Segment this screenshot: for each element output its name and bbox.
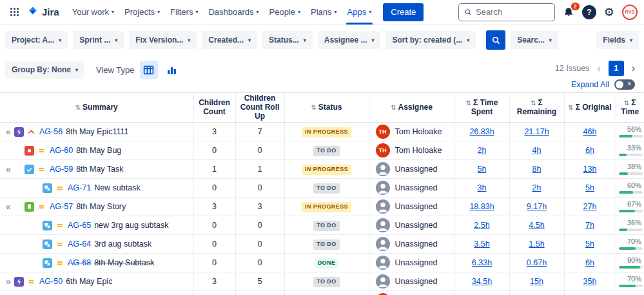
time-spent-link[interactable]: 2h (478, 146, 487, 155)
expand-toggle-icon[interactable]: » (3, 276, 14, 287)
time-spent-link[interactable]: 2.5h (474, 221, 489, 230)
column-header-time-spent[interactable]: ⇅Σ Time Spent (454, 93, 509, 123)
filter-sprint[interactable]: Sprint ...▾ (73, 31, 124, 49)
unassigned-avatar-icon (376, 181, 390, 195)
column-header-assignee[interactable]: ⇅Assignee (369, 93, 454, 123)
progress-bar-fill (619, 210, 635, 212)
column-header-children-count-roll-up[interactable]: Children Count Roll Up (235, 93, 284, 123)
time-original-link[interactable]: 6h (585, 146, 594, 155)
collapse-toggle-icon[interactable]: « (3, 201, 14, 212)
settings-gear-icon[interactable]: ⚙ (604, 6, 614, 18)
progress-bar-fill (619, 266, 641, 269)
issue-summary-text: 6th May Epic (66, 277, 112, 286)
collapse-toggle-icon[interactable]: « (3, 127, 14, 137)
sort-icon: ⇅ (531, 99, 536, 107)
time-original-link[interactable]: 5h (585, 183, 594, 192)
expand-all-link[interactable]: Expand All (571, 80, 609, 89)
column-header-remaining[interactable]: ⇅Σ Remaining (509, 93, 564, 123)
user-avatar[interactable]: RVS (622, 5, 638, 20)
nav-item-plans[interactable]: Plans▾ (306, 0, 342, 25)
time-spent-link[interactable]: 18.83h (469, 202, 494, 211)
progress-bar (619, 154, 643, 156)
app-switcher-icon[interactable] (6, 4, 23, 20)
filter-created[interactable]: Created...▾ (202, 31, 257, 49)
filter-fix-version[interactable]: Fix Version...▾ (129, 31, 197, 49)
issue-summary-text: 8th May Subtask (94, 258, 154, 267)
issue-key-link[interactable]: AG-59 (50, 165, 73, 174)
column-header-original[interactable]: ⇅Σ Original (564, 93, 616, 123)
time-remaining-link[interactable]: 4.5h (529, 221, 544, 230)
time-spent-link[interactable]: 34.5h (472, 277, 492, 286)
expand-all-toggle[interactable]: ✕ (614, 79, 635, 90)
time-remaining-link[interactable]: 8h (532, 165, 542, 174)
issue-key-link[interactable]: AG-65 (68, 221, 91, 230)
issue-key-link[interactable]: AG-50 (39, 277, 63, 286)
nav-item-filters[interactable]: Filters▾ (165, 0, 203, 25)
issue-key-link[interactable]: AG-60 (50, 146, 73, 155)
time-original-link[interactable]: 7h (585, 221, 594, 230)
time-remaining-link[interactable]: 0.67h (527, 258, 547, 267)
filter-search-button[interactable] (486, 30, 505, 50)
time-original-link[interactable]: 5h (585, 239, 594, 249)
time-remaining-link[interactable]: 9.17h (527, 202, 547, 211)
time-spent-link[interactable]: 3.5h (474, 239, 489, 249)
assignee-cell: Unassigned (369, 198, 454, 216)
issue-key-link[interactable]: AG-56 (39, 127, 63, 136)
page-number-button[interactable]: 1 (609, 61, 624, 76)
next-page-icon[interactable]: › (632, 63, 635, 74)
time-remaining-link[interactable]: 1.5h (529, 239, 544, 249)
column-header-time[interactable]: ⇅Σ Time (616, 93, 644, 123)
search-input[interactable] (476, 7, 549, 17)
issue-key-link[interactable]: AG-64 (68, 239, 91, 249)
filter-search-more[interactable]: Searc...▾ (511, 31, 558, 49)
filter-status[interactable]: Status...▾ (262, 31, 313, 49)
column-header-children-count[interactable]: Children Count (193, 93, 235, 123)
filter-assignee[interactable]: Assignee ...▾ (318, 31, 381, 49)
time-original-link[interactable]: 27h (583, 202, 597, 211)
notifications-icon[interactable]: 2 (563, 6, 574, 18)
time-progress-cell: 60% (616, 179, 644, 198)
nav-right-cluster: 2 ? ⚙ RVS (458, 3, 638, 21)
collapse-toggle-icon[interactable]: « (3, 164, 14, 174)
nav-item-label: Plans (311, 7, 332, 17)
nav-item-dashboards[interactable]: Dashboards▾ (203, 0, 264, 25)
time-remaining-link[interactable]: 15h (530, 277, 543, 286)
time-spent-link[interactable]: 6.33h (472, 258, 492, 267)
time-remaining-link[interactable]: 21.17h (524, 127, 549, 136)
time-original-link[interactable]: 46h (583, 127, 597, 136)
group-by-dropdown[interactable]: Group By: None ▾ (5, 61, 84, 79)
search-icon (491, 36, 501, 45)
column-header-summary[interactable]: ⇅Summary (0, 93, 193, 123)
issue-key-link[interactable]: AG-68 (68, 258, 91, 267)
filter-chip-label: Project: A... (12, 36, 54, 45)
issue-key-link[interactable]: AG-57 (50, 202, 73, 211)
time-original-link[interactable]: 6h (585, 258, 594, 267)
column-header-status[interactable]: ⇅Status (284, 93, 369, 123)
time-spent-link[interactable]: 5h (478, 165, 487, 174)
filter-sort-by-created[interactable]: Sort by: created (...▾ (385, 31, 476, 49)
jira-logo[interactable]: Jira (25, 6, 64, 18)
grid-view-button[interactable] (140, 61, 158, 79)
issue-key-link[interactable]: AG-71 (68, 183, 91, 192)
time-remaining-link[interactable]: 4h (532, 146, 542, 155)
chart-view-button[interactable] (163, 61, 181, 79)
priority-medium-icon (37, 146, 46, 156)
time-spent-link[interactable]: 26.83h (469, 127, 494, 136)
help-icon[interactable]: ? (582, 5, 596, 19)
create-button[interactable]: Create (383, 3, 424, 21)
global-search[interactable] (458, 3, 555, 21)
toggle-off-icon: ✕ (627, 81, 632, 88)
nav-item-your-work[interactable]: Your work▾ (67, 0, 119, 25)
time-remaining-link[interactable]: 2h (532, 183, 542, 192)
nav-item-projects[interactable]: Projects▾ (119, 0, 165, 25)
time-original-cell: 27h (564, 198, 616, 216)
fields-dropdown[interactable]: Fields▾ (596, 31, 639, 49)
progress-bar (619, 285, 643, 287)
filter-project-a[interactable]: Project: A...▾ (5, 31, 68, 49)
time-original-link[interactable]: 13h (583, 165, 597, 174)
time-spent-link[interactable]: 3h (478, 183, 487, 192)
nav-item-apps[interactable]: Apps▾ (342, 0, 377, 25)
prev-page-icon[interactable]: ‹ (597, 63, 600, 74)
time-original-link[interactable]: 35h (583, 277, 597, 286)
nav-item-people[interactable]: People▾ (264, 0, 306, 25)
